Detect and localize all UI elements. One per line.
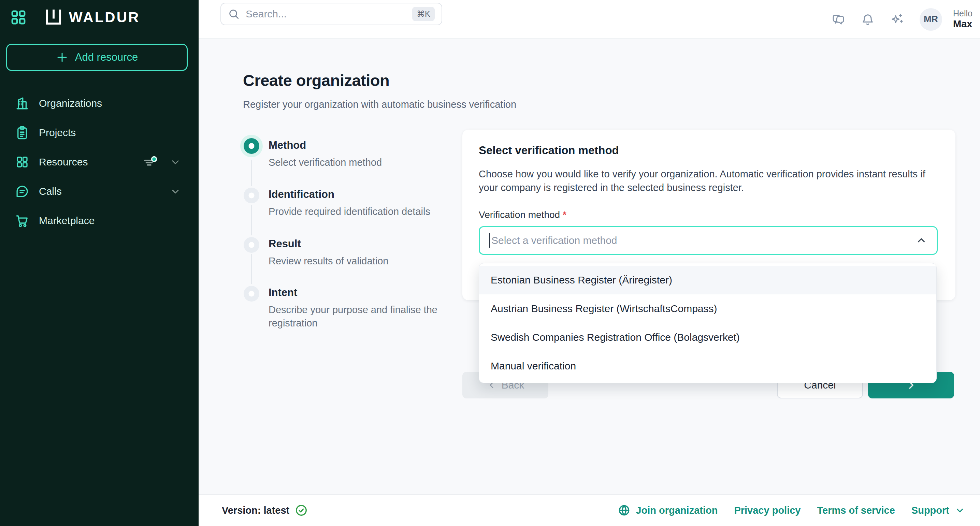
bell-icon[interactable] xyxy=(861,13,875,26)
step-indicator-method[interactable] xyxy=(243,138,259,154)
dropdown-option-austrian[interactable]: Austrian Business Register (WirtschaftsC… xyxy=(479,294,936,323)
search-input[interactable] xyxy=(246,8,406,20)
join-organization-link[interactable]: Join organization xyxy=(618,504,718,516)
globe-icon xyxy=(618,504,630,516)
step-title-method: Method xyxy=(269,139,306,151)
chat-bubble-icon xyxy=(15,184,29,199)
resources-controls xyxy=(143,154,199,170)
chevron-up-icon[interactable] xyxy=(915,235,927,246)
chat-bubbles-icon[interactable] xyxy=(832,13,845,26)
add-resource-button[interactable]: Add resource xyxy=(6,44,188,71)
waldur-logo[interactable]: WALDUR xyxy=(45,9,140,25)
privacy-policy-link[interactable]: Privacy policy xyxy=(734,505,800,516)
step-indicator-identification[interactable] xyxy=(243,188,259,203)
field-label-text: Verification method xyxy=(479,210,560,220)
verification-method-dropdown: Estonian Business Register (Äriregister)… xyxy=(479,263,937,383)
step-desc-method: Select verification method xyxy=(269,156,466,169)
chevron-down-icon[interactable] xyxy=(170,157,181,167)
filter-icon[interactable] xyxy=(143,154,158,170)
add-resource-label: Add resource xyxy=(75,51,138,64)
greeting-text: Hello xyxy=(953,8,972,18)
waldur-logo-glyph-icon xyxy=(45,10,62,25)
search-icon xyxy=(228,8,240,20)
step-indicator-intent[interactable] xyxy=(243,286,259,302)
user-name: Max xyxy=(953,18,972,30)
step-title-result: Result xyxy=(269,238,301,250)
topbar-actions: MR Hello Max xyxy=(832,0,972,38)
support-menu[interactable]: Support xyxy=(912,505,965,516)
greeting-block: Hello Max xyxy=(953,8,972,30)
sidebar-header: WALDUR xyxy=(10,5,140,29)
step-connector xyxy=(251,254,252,284)
text-cursor xyxy=(489,233,490,248)
chevron-down-icon xyxy=(955,505,965,515)
chevron-down-icon[interactable] xyxy=(170,186,181,197)
sidebar-item-resources[interactable]: Resources xyxy=(0,147,199,177)
select-placeholder: Select a verification method xyxy=(492,235,617,246)
sidebar-item-organizations[interactable]: Organizations xyxy=(0,89,199,118)
step-indicator-result[interactable] xyxy=(243,237,259,253)
footer-links: Join organization Privacy policy Terms o… xyxy=(618,504,965,516)
step-connector xyxy=(251,205,252,235)
version-label: Version: latest xyxy=(222,505,290,516)
step-desc-intent: Describe your purpose and finalise the r… xyxy=(269,303,466,330)
check-circle-icon xyxy=(295,504,308,517)
support-label: Support xyxy=(912,505,949,516)
sparkles-icon[interactable] xyxy=(890,13,904,26)
step-desc-identification: Provide required identification details xyxy=(269,205,466,218)
page-title: Create organization xyxy=(243,71,389,90)
sidebar-item-label: Organizations xyxy=(39,98,102,109)
avatar[interactable]: MR xyxy=(920,8,942,31)
required-marker: * xyxy=(563,210,566,220)
step-desc-result: Review results of validation xyxy=(269,254,466,268)
dropdown-option-manual[interactable]: Manual verification xyxy=(479,352,936,380)
calls-controls xyxy=(170,186,199,197)
page-subtitle: Register your organization with automati… xyxy=(243,99,516,110)
footer: Version: latest Join organization Privac… xyxy=(199,494,980,526)
waldur-logo-text: WALDUR xyxy=(69,9,140,25)
app-root: WALDUR Add resource Organizations Projec… xyxy=(0,0,980,526)
sidebar-item-label: Calls xyxy=(39,186,62,197)
step-title-identification: Identification xyxy=(269,188,334,200)
plus-icon xyxy=(56,51,68,64)
verification-method-select[interactable]: Select a verification method xyxy=(479,226,938,255)
field-label: Verification method * xyxy=(479,210,566,220)
search-shortcut-badge: ⌘K xyxy=(412,7,435,21)
clipboard-icon xyxy=(15,126,29,140)
step-connector xyxy=(251,160,252,186)
app-grid-icon[interactable] xyxy=(10,9,27,25)
building-icon xyxy=(15,96,29,111)
search-box[interactable]: ⌘K xyxy=(220,3,442,25)
privacy-policy-label: Privacy policy xyxy=(734,505,800,516)
version-info: Version: latest xyxy=(222,504,308,517)
grid-icon xyxy=(15,155,29,169)
topbar: ⌘K MR Hello Max xyxy=(199,0,980,38)
join-organization-label: Join organization xyxy=(636,505,718,516)
card-description: Choose how you would like to verify your… xyxy=(479,167,932,194)
dropdown-option-swedish[interactable]: Swedish Companies Registration Office (B… xyxy=(479,323,936,352)
card-title: Select verification method xyxy=(479,144,619,157)
terms-of-service-label: Terms of service xyxy=(817,505,895,516)
step-title-intent: Intent xyxy=(269,286,297,299)
sidebar-item-calls[interactable]: Calls xyxy=(0,177,199,206)
sidebar-nav: Organizations Projects Resources xyxy=(0,89,199,235)
sidebar-item-projects[interactable]: Projects xyxy=(0,118,199,147)
sidebar-item-label: Projects xyxy=(39,127,76,138)
sidebar-item-label: Resources xyxy=(39,156,88,168)
sidebar-item-marketplace[interactable]: Marketplace xyxy=(0,206,199,235)
terms-of-service-link[interactable]: Terms of service xyxy=(817,505,895,516)
cart-icon xyxy=(15,213,29,228)
sidebar: WALDUR Add resource Organizations Projec… xyxy=(0,0,199,526)
dropdown-option-estonian[interactable]: Estonian Business Register (Äriregister) xyxy=(479,266,936,294)
sidebar-item-label: Marketplace xyxy=(39,215,94,227)
